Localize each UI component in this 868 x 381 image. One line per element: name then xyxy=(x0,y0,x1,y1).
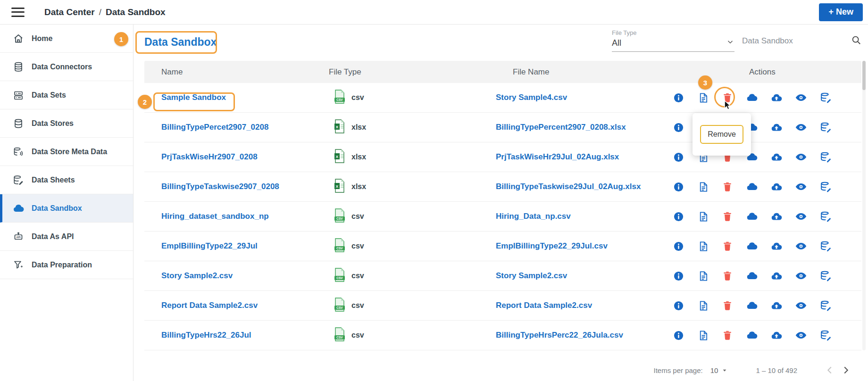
file-copy-icon[interactable] xyxy=(697,329,709,341)
cloud-upload-icon[interactable] xyxy=(770,299,783,312)
info-icon[interactable] xyxy=(672,210,684,223)
row-name-link[interactable]: Hiring_dataset_sandbox_np xyxy=(161,212,269,221)
cloud-download-icon[interactable] xyxy=(746,329,758,341)
file-type-icon: CSV X xyxy=(334,119,346,135)
row-actions xyxy=(672,210,861,223)
file-copy-icon[interactable] xyxy=(697,210,709,223)
row-name-link[interactable]: Sample Sandbox xyxy=(161,93,226,102)
view-icon[interactable] xyxy=(795,181,807,193)
search-box[interactable] xyxy=(742,35,861,47)
remove-menu-item[interactable]: Remove xyxy=(700,125,743,144)
row-file-name: Report Data Sample2.csv xyxy=(496,301,592,310)
sidebar-item-label: Data Sheets xyxy=(32,176,75,184)
breadcrumb-data-center[interactable]: Data Center xyxy=(44,7,95,17)
cloud-download-icon[interactable] xyxy=(746,91,758,104)
view-icon[interactable] xyxy=(795,240,807,252)
delete-icon[interactable] xyxy=(721,210,734,223)
view-icon[interactable] xyxy=(795,210,807,223)
cloud-upload-icon[interactable] xyxy=(770,181,783,193)
search-icon[interactable] xyxy=(851,35,861,47)
row-name-link[interactable]: BillingTypePercet2907_0208 xyxy=(161,123,268,132)
sidebar-item-data-sheets[interactable]: Data Sheets xyxy=(0,166,133,194)
annotation-step-3-badge: 3 xyxy=(698,75,712,90)
cloud-upload-icon[interactable] xyxy=(770,91,783,104)
sidebar-item-label: Data Sandbox xyxy=(32,204,82,213)
info-icon[interactable] xyxy=(672,299,684,312)
info-icon[interactable] xyxy=(672,240,684,252)
new-button[interactable]: + New xyxy=(819,3,863,21)
datasheet-icon[interactable] xyxy=(819,121,832,133)
view-icon[interactable] xyxy=(795,299,807,312)
delete-icon[interactable] xyxy=(721,270,734,282)
datasheet-icon[interactable] xyxy=(819,299,832,312)
file-type-select[interactable]: File Type All xyxy=(612,29,734,52)
view-icon[interactable] xyxy=(795,91,807,104)
file-copy-icon[interactable] xyxy=(697,181,709,193)
next-page-button[interactable] xyxy=(838,362,854,378)
datasheet-icon[interactable] xyxy=(819,181,832,193)
row-name-link[interactable]: BillingTypeTaskwise2907_0208 xyxy=(161,182,279,191)
cloud-upload-icon[interactable] xyxy=(770,151,783,163)
file-copy-icon[interactable] xyxy=(697,299,709,312)
main-content: Data Sandbox File Type All Name File Typ… xyxy=(134,25,868,381)
view-icon[interactable] xyxy=(795,270,807,282)
info-icon[interactable] xyxy=(672,91,684,104)
datasheet-icon[interactable] xyxy=(819,240,832,252)
datasheet-icon[interactable] xyxy=(819,270,832,282)
sidebar-item-data-connectors[interactable]: Data Connectors xyxy=(0,53,133,81)
cloud-download-icon[interactable] xyxy=(746,210,758,223)
cloud-upload-icon[interactable] xyxy=(770,270,783,282)
info-icon[interactable] xyxy=(672,270,684,282)
view-icon[interactable] xyxy=(795,329,807,341)
table-scrollbar-track[interactable] xyxy=(862,61,866,350)
sidebar-item-data-store-meta-data[interactable]: Data Store Meta Data xyxy=(0,138,133,166)
menu-icon[interactable] xyxy=(11,8,25,17)
table-scrollbar-thumb[interactable] xyxy=(862,61,866,90)
delete-icon[interactable] xyxy=(721,329,734,341)
sidebar-item-data-stores[interactable]: Data Stores xyxy=(0,109,133,138)
datasheet-icon[interactable] xyxy=(819,210,832,223)
database-icon xyxy=(12,117,25,130)
sidebar-item-home[interactable]: Home xyxy=(0,25,133,53)
svg-text:CSV: CSV xyxy=(336,306,343,309)
chevron-down-icon[interactable] xyxy=(721,366,728,374)
view-icon[interactable] xyxy=(795,121,807,133)
datasheet-icon[interactable] xyxy=(819,329,832,341)
cloud-download-icon[interactable] xyxy=(746,240,758,252)
sidebar-item-data-preparation[interactable]: Data Preparation xyxy=(0,251,133,279)
cloud-upload-icon[interactable] xyxy=(770,121,783,133)
row-name-link[interactable]: EmplBillingType22_29Jul xyxy=(161,241,258,250)
items-per-page-select[interactable]: 10 xyxy=(710,366,718,374)
cloud-download-icon[interactable] xyxy=(746,299,758,312)
delete-icon[interactable] xyxy=(721,91,734,104)
delete-icon[interactable] xyxy=(721,240,734,252)
file-copy-icon[interactable] xyxy=(697,270,709,282)
cloud-download-icon[interactable] xyxy=(746,270,758,282)
row-name-link[interactable]: Report Data Sample2.csv xyxy=(161,301,258,310)
cloud-upload-icon[interactable] xyxy=(770,240,783,252)
info-icon[interactable] xyxy=(672,121,684,133)
sidebar-item-data-sandbox[interactable]: Data Sandbox xyxy=(0,194,133,223)
datasheet-icon[interactable] xyxy=(819,151,832,163)
sidebar-item-data-as-api[interactable]: API Data As API xyxy=(0,223,133,251)
svg-text:X: X xyxy=(336,125,339,129)
prev-page-button[interactable] xyxy=(822,362,838,378)
info-icon[interactable] xyxy=(672,151,684,163)
delete-icon[interactable] xyxy=(721,181,734,193)
row-name-link[interactable]: BillingTypeHrs22_26Jul xyxy=(161,331,251,340)
breadcrumb-separator: / xyxy=(99,7,101,17)
sidebar-item-data-sets[interactable]: Data Sets xyxy=(0,81,133,109)
search-input[interactable] xyxy=(742,36,841,46)
file-copy-icon[interactable] xyxy=(697,91,709,104)
cloud-upload-icon[interactable] xyxy=(770,329,783,341)
delete-icon[interactable] xyxy=(721,299,734,312)
info-icon[interactable] xyxy=(672,329,684,341)
cloud-download-icon[interactable] xyxy=(746,181,758,193)
row-name-link[interactable]: Story Sample2.csv xyxy=(161,271,233,280)
cloud-upload-icon[interactable] xyxy=(770,210,783,223)
view-icon[interactable] xyxy=(795,151,807,163)
datasheet-icon[interactable] xyxy=(819,91,832,104)
file-copy-icon[interactable] xyxy=(697,240,709,252)
row-name-link[interactable]: PrjTaskWiseHr2907_0208 xyxy=(161,152,258,161)
info-icon[interactable] xyxy=(672,181,684,193)
